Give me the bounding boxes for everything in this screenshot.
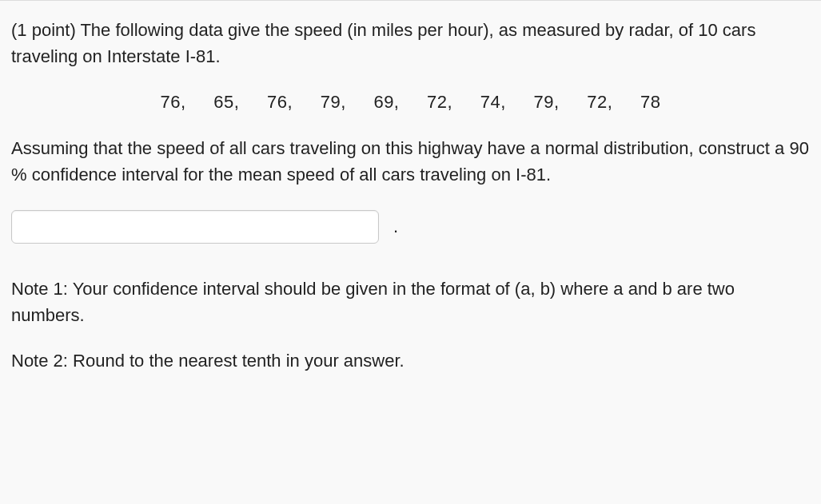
- data-value: 72,: [427, 92, 452, 112]
- data-value: 76,: [161, 92, 186, 112]
- period-text: .: [393, 216, 398, 237]
- question-intro: (1 point) The following data give the sp…: [11, 17, 810, 69]
- data-value: 74,: [480, 92, 506, 112]
- data-value: 79,: [321, 92, 346, 112]
- data-values-row: 76, 65, 76, 79, 69, 72, 74, 79, 72, 78: [11, 92, 810, 113]
- question-instruction: Assuming that the speed of all cars trav…: [11, 135, 810, 188]
- data-value: 72,: [587, 92, 612, 112]
- answer-input-row: .: [11, 210, 810, 244]
- data-value: 69,: [373, 92, 399, 112]
- data-value: 76,: [267, 92, 293, 112]
- answer-input[interactable]: [11, 210, 379, 244]
- data-value: 78: [640, 92, 660, 112]
- question-container: (1 point) The following data give the sp…: [0, 0, 821, 504]
- data-value: 65,: [213, 92, 239, 112]
- note-1: Note 1: Your confidence interval should …: [11, 276, 810, 328]
- note-2: Note 2: Round to the nearest tenth in yo…: [11, 347, 810, 374]
- data-value: 79,: [534, 92, 560, 112]
